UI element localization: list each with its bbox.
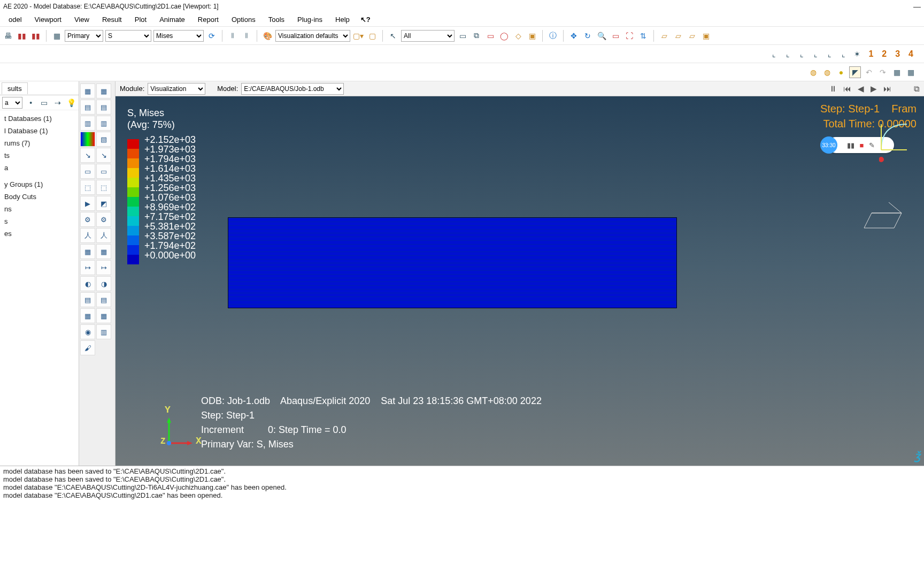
info-icon[interactable]: ⓘ <box>547 30 559 42</box>
tree-filter-select[interactable]: a <box>2 97 22 109</box>
vt-icon[interactable]: ▦ <box>96 244 111 259</box>
vt-icon[interactable]: ▦ <box>96 83 111 98</box>
tree-item[interactable]: s <box>1 215 78 227</box>
books-icon[interactable]: ▮▮ <box>16 30 28 42</box>
iso3-icon[interactable]: ▱ <box>686 30 698 42</box>
grid1-icon[interactable]: ▦ <box>891 66 903 78</box>
zoom-rect-icon[interactable]: ▭ <box>610 30 621 42</box>
circ1-icon[interactable]: ◍ <box>807 66 819 78</box>
vt-contour-icon[interactable] <box>80 132 95 147</box>
whats-this-icon[interactable]: ↖? <box>360 16 371 24</box>
minimize-icon[interactable]: — <box>913 2 921 11</box>
rect-circ-icon[interactable]: ◯ <box>498 30 510 42</box>
vt-icon[interactable]: 人 <box>80 228 95 243</box>
tree-bulb-icon[interactable]: 💡 <box>66 97 76 109</box>
box2-icon[interactable]: ▢ <box>366 30 378 42</box>
menu-viewport[interactable]: Viewport <box>29 14 67 25</box>
axis-xy-icon[interactable]: ⌞ <box>768 48 780 60</box>
vt-icon[interactable]: ▶ <box>80 196 95 211</box>
vt-icon[interactable]: ▦ <box>80 244 95 259</box>
palette-icon[interactable]: 🎨 <box>261 30 273 42</box>
sync-icon[interactable]: ⟳ <box>206 30 218 42</box>
vt-icon[interactable]: ⬚ <box>80 180 95 195</box>
menu-model[interactable]: odel <box>3 14 27 25</box>
vt-icon[interactable]: ▧ <box>96 132 111 147</box>
view-1[interactable]: 1 <box>865 49 876 59</box>
prev-icon[interactable]: ◀ <box>858 84 864 94</box>
vt-icon[interactable]: ⬚ <box>96 180 111 195</box>
vt-icon[interactable]: ↘ <box>80 148 95 163</box>
selection-select[interactable]: All <box>401 30 455 42</box>
vt-icon[interactable]: ⚙ <box>80 212 95 227</box>
undo-icon[interactable]: ↶ <box>863 66 875 78</box>
axis-zy-icon[interactable]: ⌞ <box>837 48 849 60</box>
menu-view[interactable]: View <box>69 14 95 25</box>
vt-icon[interactable]: ▦ <box>96 308 111 323</box>
vt-icon[interactable]: ↦ <box>96 260 111 275</box>
ladder1-icon[interactable]: ⦀ <box>227 30 238 42</box>
vt-icon[interactable]: ◐ <box>80 276 95 291</box>
axis-zx-icon[interactable]: ⌞ <box>823 48 835 60</box>
ladder2-icon[interactable]: ⦀ <box>241 30 252 42</box>
view-2[interactable]: 2 <box>879 49 890 59</box>
vt-icon[interactable]: ▥ <box>80 116 95 131</box>
menu-result[interactable]: Result <box>97 14 127 25</box>
iso4-icon[interactable]: ▣ <box>700 30 712 42</box>
vt-icon[interactable]: ▥ <box>96 324 111 339</box>
axis-xz-icon[interactable]: ⌞ <box>782 48 794 60</box>
screen-icon[interactable]: ▭ <box>457 30 468 42</box>
render-select[interactable]: Visualization defaults <box>275 30 350 42</box>
grid2-icon[interactable]: ▦ <box>905 66 917 78</box>
menu-plugins[interactable]: Plug-ins <box>292 14 328 25</box>
view-4[interactable]: 4 <box>905 49 917 59</box>
vt-icon[interactable]: ⚙ <box>96 212 111 227</box>
recorder-pause-icon[interactable]: ▮▮ <box>847 141 854 149</box>
vt-icon[interactable]: ▥ <box>96 116 111 131</box>
menu-tools[interactable]: Tools <box>263 14 290 25</box>
rect-icon[interactable]: ▭ <box>484 30 496 42</box>
tree-item[interactable]: ts <box>1 149 78 162</box>
invariant-select[interactable]: Mises <box>153 30 204 42</box>
primary-select[interactable]: Primary <box>65 30 103 42</box>
books2-icon[interactable]: ▮▮ <box>30 30 42 42</box>
axis-iso-icon[interactable]: ✶ <box>851 48 863 60</box>
circ2-icon[interactable]: ◍ <box>821 66 833 78</box>
results-tab[interactable]: sults <box>2 82 28 94</box>
circ3-icon[interactable]: ● <box>835 66 847 78</box>
tree-item[interactable]: rums (7) <box>1 137 78 149</box>
arrows-icon[interactable]: ⇅ <box>637 30 649 42</box>
vt-icon[interactable]: ▤ <box>96 100 111 115</box>
vt-icon[interactable]: ↘ <box>96 148 111 163</box>
menu-help[interactable]: Help <box>330 14 355 25</box>
first-icon[interactable]: ⏮ <box>843 84 851 94</box>
vt-icon[interactable]: 人 <box>96 228 111 243</box>
vt-brush-icon[interactable]: 🖌 <box>80 340 95 355</box>
pan-icon[interactable]: ✥ <box>568 30 580 42</box>
recorder-edit-icon[interactable]: ✎ <box>869 141 875 149</box>
vt-icon[interactable]: ◉ <box>80 324 95 339</box>
zoom-icon[interactable]: 🔍 <box>596 30 607 42</box>
vt-icon[interactable]: ▤ <box>80 100 95 115</box>
tree-item[interactable]: a <box>1 162 78 174</box>
redo-icon[interactable]: ↷ <box>877 66 889 78</box>
cube-icon[interactable]: ▣ <box>526 30 538 42</box>
field-icon[interactable]: ▦ <box>51 30 63 42</box>
tree-item[interactable]: es <box>1 227 78 240</box>
vt-icon[interactable]: ▤ <box>96 292 111 307</box>
menu-animate[interactable]: Animate <box>154 14 190 25</box>
menu-report[interactable]: Report <box>192 14 224 25</box>
tree-item[interactable]: Body Cuts <box>1 191 78 203</box>
tree-item[interactable]: l Database (1) <box>1 125 78 137</box>
vt-icon[interactable]: ◑ <box>96 276 111 291</box>
vt-icon[interactable]: ▭ <box>80 164 95 179</box>
viewport[interactable]: S, Mises (Avg: 75%) +2.152e+03+1.973e+03… <box>116 96 924 466</box>
vt-icon[interactable]: ◩ <box>96 196 111 211</box>
cursor-icon[interactable]: ↖ <box>387 30 399 42</box>
tree-item[interactable]: ns <box>1 203 78 215</box>
fit-icon[interactable]: ⛶ <box>623 30 635 42</box>
tree-dot-icon[interactable]: • <box>26 97 36 109</box>
menu-options[interactable]: Options <box>226 14 261 25</box>
recorder-stop-icon[interactable]: ■ <box>860 141 864 149</box>
print-icon[interactable]: 🖶 <box>2 30 14 42</box>
tree-item[interactable]: y Groups (1) <box>1 178 78 191</box>
